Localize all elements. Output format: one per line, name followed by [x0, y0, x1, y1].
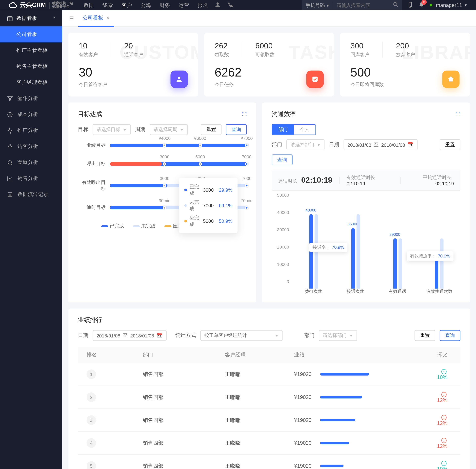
label-dept: 部门	[304, 332, 315, 339]
topnav-item[interactable]: 报名	[198, 1, 208, 9]
query-button[interactable]: 查询	[272, 154, 292, 165]
stat-pair: 262领取数	[215, 41, 229, 58]
perf-bar	[320, 442, 349, 444]
target-bar: 300050007000	[110, 162, 247, 166]
select-dept[interactable]: 请选择部门▼	[319, 330, 357, 341]
query-button[interactable]: 查询	[440, 330, 460, 341]
svg-rect-9	[312, 77, 318, 82]
search-box: 手机号码 ▼	[302, 0, 402, 10]
expand-icon[interactable]: ⛶	[242, 112, 247, 117]
arrow-up-icon: ↑	[441, 461, 446, 466]
table-row: 4 销售四部 王嘟嘟 ¥19020 ↓12%	[78, 432, 460, 455]
target-row-label: 通时目标	[78, 204, 110, 211]
tab-company-board[interactable]: 公司看板 ✕	[78, 10, 114, 27]
logo: 云朵CRM 教育机构一站 式服务平台	[9, 1, 73, 9]
sidebar-link-funnel[interactable]: 漏斗分析	[0, 90, 62, 106]
select-target[interactable]: 请选择目标▼	[93, 124, 131, 135]
comm-title: 沟通效率	[272, 110, 296, 118]
topnav-item[interactable]: 财务	[160, 1, 170, 9]
sidebar-group-data[interactable]: 数据看板 ˄	[0, 10, 62, 26]
close-icon[interactable]: ✕	[106, 16, 109, 20]
label-target: 目标	[78, 126, 88, 133]
legend-done: 已完成	[101, 223, 124, 229]
search-icon[interactable]	[390, 2, 402, 9]
user-menu[interactable]: manager11 ▼	[430, 2, 467, 8]
menu-icon[interactable]: ☰	[69, 15, 74, 21]
sidebar-link-channel[interactable]: 渠道分析	[0, 154, 62, 170]
stat-card: TASK 262领取数 6000可领取数 6262今日任务	[204, 33, 334, 97]
rank-badge: 4	[87, 438, 96, 448]
target-title: 目标达成	[78, 110, 102, 118]
arrow-down-icon: ↓	[441, 415, 446, 420]
query-button[interactable]: 查询	[226, 124, 247, 135]
label-period: 周期	[135, 126, 145, 133]
sidebar-link-promo[interactable]: 推广分析	[0, 122, 62, 138]
sidebar: 数据看板 ˄ 公司看板 推广主管看板 销售主管看板 客户经理看板 漏斗分析 成本…	[0, 10, 62, 469]
label-stat: 统计方式	[175, 332, 196, 339]
stat-big: 6262今日任务	[215, 66, 241, 88]
segment-control: 部门 个人	[272, 124, 316, 135]
date-range[interactable]: 2018/01/08至2018/01/08 📅	[344, 139, 418, 150]
sidebar-item-sales-lead[interactable]: 销售主管看板	[0, 58, 62, 74]
sidebar-item-promo-lead[interactable]: 推广主管看板	[0, 42, 62, 58]
bar-column: 35000	[351, 214, 360, 288]
seg-person[interactable]: 个人	[294, 125, 316, 134]
stat-icon	[442, 70, 460, 88]
reset-button[interactable]: 重置	[414, 330, 435, 341]
perf-bar	[320, 373, 369, 376]
stat-pair: 6000可领取数	[255, 41, 274, 58]
reset-button[interactable]: 重置	[440, 139, 460, 150]
mini-tooltip: 有效接通率：70.9%	[407, 251, 454, 261]
rank-badge: 1	[87, 369, 96, 379]
seg-dept[interactable]: 部门	[272, 125, 294, 134]
sidebar-link-sales[interactable]: 销售分析	[0, 170, 62, 186]
stat-big: 30今日首咨客户	[79, 66, 107, 88]
stat-pair: 20通话客户	[124, 41, 143, 58]
svg-rect-7	[8, 193, 12, 197]
topnav-item[interactable]: 线索	[102, 1, 113, 9]
select-stat[interactable]: 按工单客户经理统计▼	[200, 330, 282, 341]
select-period[interactable]: 请选择周期▼	[150, 124, 188, 135]
topnav-item[interactable]: 客户	[121, 1, 132, 9]
mobile-icon[interactable]	[407, 1, 413, 9]
svg-rect-4	[8, 16, 12, 21]
topnav-item[interactable]: 运营	[179, 1, 189, 9]
rank-badge: 2	[87, 392, 96, 402]
date-range[interactable]: 2018/01/08至2018/01/08 📅	[93, 330, 167, 341]
bar-xtick: 接通次数	[335, 288, 376, 295]
topnav-item[interactable]: 数据	[84, 1, 94, 9]
stat-pair: 300回库客户	[351, 41, 370, 58]
select-dept[interactable]: 请选择部门▼	[287, 139, 324, 150]
topnav: 数据线索客户公海财务运营报名	[84, 1, 208, 9]
sidebar-item-company[interactable]: 公司看板	[0, 26, 62, 42]
search-input[interactable]	[333, 3, 390, 8]
search-type-select[interactable]: 手机号码 ▼	[302, 2, 333, 8]
user-icon[interactable]	[214, 1, 221, 9]
sidebar-link-visitor[interactable]: 访客分析	[0, 138, 62, 154]
comm-panel: 沟通效率 ⛶ 部门 个人 部门 请选择部门▼ 日期	[262, 102, 470, 302]
stat-icon	[170, 70, 188, 88]
bell-icon[interactable]	[419, 1, 425, 9]
target-row-label: 有效呼出目标	[78, 179, 110, 192]
target-row-label: 呼出目标	[78, 160, 110, 167]
sidebar-item-cust-mgr[interactable]: 客户经理看板	[0, 74, 62, 90]
phone-icon[interactable]	[227, 1, 234, 9]
perf-bar	[320, 465, 343, 467]
rank-badge: 3	[87, 415, 96, 425]
expand-icon[interactable]: ⛶	[456, 112, 460, 117]
comm-meta-item: 平均通话时长 02:10:19	[408, 174, 454, 186]
rank-table: 排名 部门 客户经理 业绩 环比 1 销售四部 王嘟嘟 ¥19020 ↑10% …	[78, 347, 460, 469]
perf-bar	[320, 396, 362, 399]
topnav-item[interactable]: 公海	[141, 1, 151, 9]
sidebar-link-flow[interactable]: 数据流转记录	[0, 186, 62, 202]
target-bar: 300050007000已完成300029.9%未完成700069.1%应完成5…	[110, 184, 247, 187]
table-row: 2 销售四部 王嘟嘟 ¥19020 ↓12%	[78, 386, 460, 409]
bar-column: 18000	[435, 238, 444, 289]
arrow-down-icon: ↓	[441, 392, 446, 397]
stat-icon	[306, 70, 324, 88]
reset-button[interactable]: 重置	[201, 124, 222, 135]
svg-point-0	[217, 2, 219, 5]
sidebar-link-cost[interactable]: 成本分析	[0, 106, 62, 122]
legend-undone: 未完成	[133, 223, 155, 229]
target-row-label: 业绩目标	[78, 142, 110, 148]
